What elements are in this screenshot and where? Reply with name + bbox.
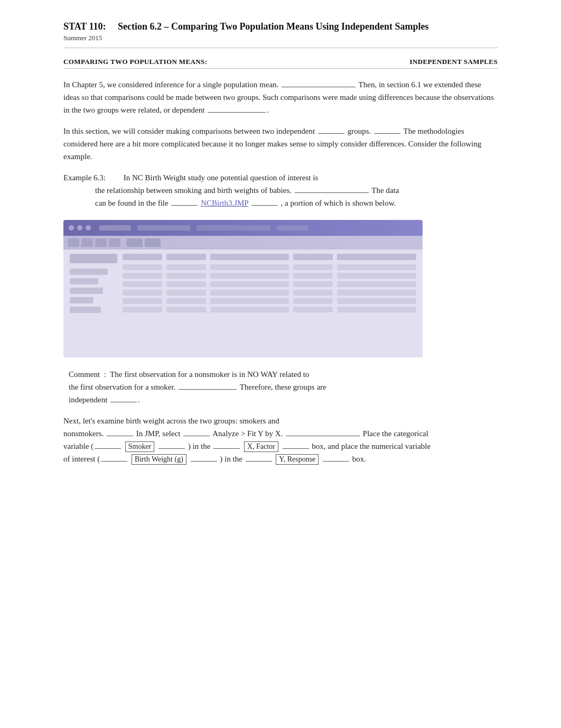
xfactor-box: X, Factor — [244, 441, 278, 452]
img-dot-1 — [69, 225, 74, 231]
blank-6 — [171, 205, 198, 206]
img-d1 — [123, 264, 162, 270]
img-d4 — [293, 264, 333, 270]
img-left-row-4 — [70, 297, 94, 303]
blank-13 — [95, 448, 121, 449]
example-file-link[interactable]: NCBirth3.JMP — [201, 199, 248, 207]
example-label: Example 6.3: — [63, 173, 106, 182]
img-d22 — [166, 298, 206, 304]
img-d13 — [210, 281, 289, 287]
img-d30 — [337, 307, 416, 312]
img-dot-2 — [77, 225, 82, 231]
img-btn-6 — [145, 238, 161, 247]
example-text: In NC Birth Weight study one potential q… — [124, 173, 318, 182]
img-d10 — [337, 273, 416, 279]
img-d12 — [166, 281, 206, 287]
img-col-4 — [293, 254, 333, 260]
paragraph-2: In this section, we will consider making… — [63, 125, 498, 163]
img-d11 — [123, 281, 162, 287]
img-btn-4 — [109, 238, 120, 247]
img-row-5 — [123, 298, 416, 304]
course-code: STAT 110: — [63, 21, 106, 32]
img-d5 — [337, 264, 416, 270]
blank-18 — [191, 461, 217, 462]
next-paragraph: Next, let's examine birth weight across … — [63, 414, 498, 465]
img-title-text — [99, 225, 131, 231]
blank-8 — [179, 389, 237, 390]
section-header-bar: COMPARING TWO POPULATION MEANS: INDEPEND… — [63, 58, 498, 69]
img-d3 — [210, 264, 289, 270]
img-d29 — [293, 307, 333, 312]
blank-5 — [295, 192, 369, 193]
blank-17 — [101, 461, 127, 462]
img-d19 — [293, 290, 333, 296]
blank-7 — [251, 205, 278, 206]
img-d7 — [166, 273, 206, 279]
yresponse-box: Y, Response — [276, 454, 319, 465]
page: STAT 110: Section 6.2 – Comparing Two Po… — [0, 0, 561, 505]
img-d2 — [166, 264, 206, 270]
img-d25 — [337, 298, 416, 304]
img-d18 — [210, 290, 289, 296]
img-row-1 — [123, 264, 416, 270]
img-d15 — [337, 281, 416, 287]
img-title-text3 — [197, 225, 270, 231]
img-col-3 — [210, 254, 289, 260]
img-d9 — [293, 273, 333, 279]
img-content-area — [63, 250, 423, 357]
img-left-row-2 — [70, 278, 98, 284]
img-row-3 — [123, 281, 416, 287]
img-btn-1 — [68, 238, 79, 247]
img-row-4 — [123, 290, 416, 296]
comment-line-2: the first observation for a smoker. Ther… — [69, 381, 498, 393]
paragraph-1: In Chapter 5, we considered inference fo… — [63, 78, 498, 116]
img-dot-3 — [86, 225, 91, 231]
header-section: STAT 110: Section 6.2 – Comparing Two Po… — [63, 20, 498, 48]
example-block: Example 6.3: In NC Birth Weight study on… — [63, 171, 498, 209]
comment-label: Comment — [69, 370, 100, 379]
comment-line-1: Comment : The first observation for a no… — [69, 368, 498, 381]
img-title-text4 — [277, 225, 308, 231]
img-d28 — [210, 307, 289, 312]
blank-11 — [183, 436, 210, 436]
img-col-2 — [166, 254, 206, 260]
img-d26 — [123, 307, 162, 312]
img-d17 — [166, 290, 206, 296]
blank-15 — [213, 448, 240, 449]
comment-block: Comment : The first observation for a no… — [63, 368, 498, 406]
img-d23 — [210, 298, 289, 304]
birthweight-box: Birth Weight (g) — [132, 454, 186, 465]
img-d16 — [123, 290, 162, 296]
img-title-bar — [63, 220, 423, 236]
section-header-right: INDEPENDENT SAMPLES — [410, 58, 498, 66]
img-left-row-1 — [70, 269, 108, 275]
jmp-screenshot — [63, 220, 423, 357]
img-table-header — [123, 254, 416, 260]
blank-2 — [208, 112, 266, 113]
blank-1 — [282, 87, 356, 87]
blank-9 — [110, 402, 137, 402]
comment-colon: : — [102, 370, 108, 379]
blank-3 — [318, 133, 344, 134]
img-title-text2 — [137, 225, 190, 231]
img-d8 — [210, 273, 289, 279]
example-line3: can be found in the file NCBirth3.JMP , … — [63, 197, 498, 209]
img-left-panel — [70, 254, 117, 353]
section-title: Section 6.2 – Comparing Two Population M… — [118, 21, 428, 32]
blank-12 — [286, 436, 360, 436]
img-row-2 — [123, 273, 416, 279]
img-col-5 — [337, 254, 416, 260]
img-d14 — [293, 281, 333, 287]
example-label-line: Example 6.3: In NC Birth Weight study on… — [63, 171, 498, 184]
blank-14 — [158, 448, 185, 449]
img-left-header — [70, 254, 117, 263]
blank-4 — [374, 133, 400, 134]
blank-20 — [323, 461, 349, 462]
img-d6 — [123, 273, 162, 279]
img-left-row-5 — [70, 307, 101, 313]
img-d27 — [166, 307, 206, 312]
img-d20 — [337, 290, 416, 296]
blank-16 — [283, 448, 309, 449]
img-right-panel — [123, 254, 416, 353]
smoker-box: Smoker — [125, 441, 155, 452]
